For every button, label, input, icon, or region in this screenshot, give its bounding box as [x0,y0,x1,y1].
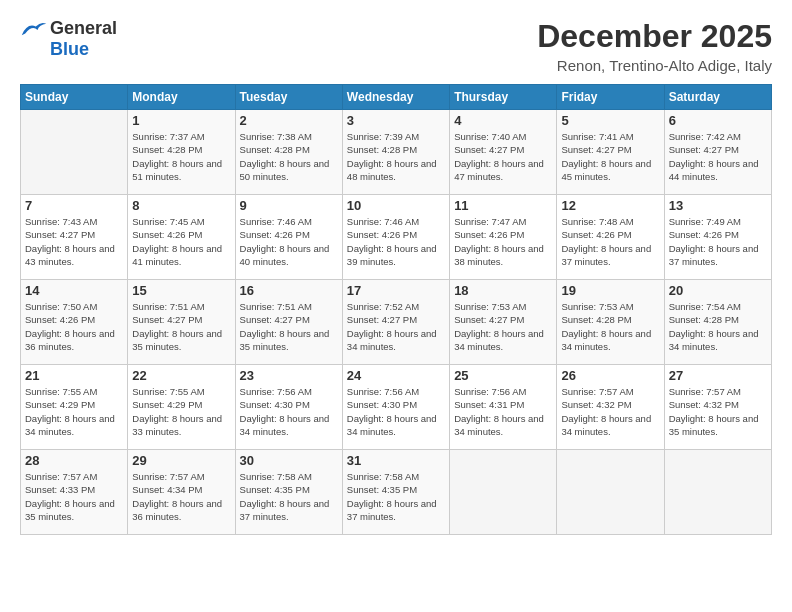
week-row: 1Sunrise: 7:37 AM Sunset: 4:28 PM Daylig… [21,110,772,195]
day-number: 9 [240,198,338,213]
calendar-cell: 17Sunrise: 7:52 AM Sunset: 4:27 PM Dayli… [342,280,449,365]
cell-info: Sunrise: 7:57 AM Sunset: 4:32 PM Dayligh… [561,385,659,438]
cell-info: Sunrise: 7:45 AM Sunset: 4:26 PM Dayligh… [132,215,230,268]
cell-info: Sunrise: 7:50 AM Sunset: 4:26 PM Dayligh… [25,300,123,353]
day-number: 12 [561,198,659,213]
cell-info: Sunrise: 7:55 AM Sunset: 4:29 PM Dayligh… [25,385,123,438]
week-row: 28Sunrise: 7:57 AM Sunset: 4:33 PM Dayli… [21,450,772,535]
day-number: 2 [240,113,338,128]
cell-info: Sunrise: 7:46 AM Sunset: 4:26 PM Dayligh… [347,215,445,268]
calendar-cell: 12Sunrise: 7:48 AM Sunset: 4:26 PM Dayli… [557,195,664,280]
day-number: 28 [25,453,123,468]
month-title: December 2025 [537,18,772,55]
day-number: 30 [240,453,338,468]
day-number: 22 [132,368,230,383]
cell-info: Sunrise: 7:56 AM Sunset: 4:31 PM Dayligh… [454,385,552,438]
cell-info: Sunrise: 7:40 AM Sunset: 4:27 PM Dayligh… [454,130,552,183]
day-number: 11 [454,198,552,213]
day-number: 7 [25,198,123,213]
calendar-cell: 25Sunrise: 7:56 AM Sunset: 4:31 PM Dayli… [450,365,557,450]
calendar-cell: 3Sunrise: 7:39 AM Sunset: 4:28 PM Daylig… [342,110,449,195]
logo-bird-icon [20,19,48,39]
calendar-cell: 24Sunrise: 7:56 AM Sunset: 4:30 PM Dayli… [342,365,449,450]
calendar-cell: 10Sunrise: 7:46 AM Sunset: 4:26 PM Dayli… [342,195,449,280]
cell-info: Sunrise: 7:57 AM Sunset: 4:32 PM Dayligh… [669,385,767,438]
day-number: 31 [347,453,445,468]
calendar-cell: 29Sunrise: 7:57 AM Sunset: 4:34 PM Dayli… [128,450,235,535]
header-day: Tuesday [235,85,342,110]
header-day: Monday [128,85,235,110]
calendar-cell: 5Sunrise: 7:41 AM Sunset: 4:27 PM Daylig… [557,110,664,195]
calendar-cell: 4Sunrise: 7:40 AM Sunset: 4:27 PM Daylig… [450,110,557,195]
header: General Blue December 2025 Renon, Trenti… [20,18,772,74]
week-row: 14Sunrise: 7:50 AM Sunset: 4:26 PM Dayli… [21,280,772,365]
calendar-cell: 18Sunrise: 7:53 AM Sunset: 4:27 PM Dayli… [450,280,557,365]
calendar-cell: 2Sunrise: 7:38 AM Sunset: 4:28 PM Daylig… [235,110,342,195]
header-day: Thursday [450,85,557,110]
day-number: 14 [25,283,123,298]
cell-info: Sunrise: 7:57 AM Sunset: 4:33 PM Dayligh… [25,470,123,523]
header-day: Saturday [664,85,771,110]
cell-info: Sunrise: 7:51 AM Sunset: 4:27 PM Dayligh… [132,300,230,353]
calendar-cell: 19Sunrise: 7:53 AM Sunset: 4:28 PM Dayli… [557,280,664,365]
calendar-cell: 28Sunrise: 7:57 AM Sunset: 4:33 PM Dayli… [21,450,128,535]
logo-blue: Blue [50,39,89,60]
calendar-cell [450,450,557,535]
logo-general: General [50,18,117,39]
calendar-cell: 15Sunrise: 7:51 AM Sunset: 4:27 PM Dayli… [128,280,235,365]
day-number: 24 [347,368,445,383]
day-number: 6 [669,113,767,128]
calendar-cell: 1Sunrise: 7:37 AM Sunset: 4:28 PM Daylig… [128,110,235,195]
day-number: 13 [669,198,767,213]
logo: General Blue [20,18,117,60]
calendar-cell [557,450,664,535]
calendar-cell: 26Sunrise: 7:57 AM Sunset: 4:32 PM Dayli… [557,365,664,450]
day-number: 10 [347,198,445,213]
calendar-cell: 27Sunrise: 7:57 AM Sunset: 4:32 PM Dayli… [664,365,771,450]
cell-info: Sunrise: 7:53 AM Sunset: 4:28 PM Dayligh… [561,300,659,353]
cell-info: Sunrise: 7:41 AM Sunset: 4:27 PM Dayligh… [561,130,659,183]
calendar-cell: 20Sunrise: 7:54 AM Sunset: 4:28 PM Dayli… [664,280,771,365]
cell-info: Sunrise: 7:56 AM Sunset: 4:30 PM Dayligh… [240,385,338,438]
calendar-cell: 22Sunrise: 7:55 AM Sunset: 4:29 PM Dayli… [128,365,235,450]
header-row: SundayMondayTuesdayWednesdayThursdayFrid… [21,85,772,110]
cell-info: Sunrise: 7:56 AM Sunset: 4:30 PM Dayligh… [347,385,445,438]
cell-info: Sunrise: 7:53 AM Sunset: 4:27 PM Dayligh… [454,300,552,353]
page: General Blue December 2025 Renon, Trenti… [0,0,792,612]
cell-info: Sunrise: 7:58 AM Sunset: 4:35 PM Dayligh… [347,470,445,523]
calendar-table: SundayMondayTuesdayWednesdayThursdayFrid… [20,84,772,535]
day-number: 21 [25,368,123,383]
day-number: 15 [132,283,230,298]
cell-info: Sunrise: 7:55 AM Sunset: 4:29 PM Dayligh… [132,385,230,438]
calendar-cell: 8Sunrise: 7:45 AM Sunset: 4:26 PM Daylig… [128,195,235,280]
location: Renon, Trentino-Alto Adige, Italy [537,57,772,74]
day-number: 17 [347,283,445,298]
day-number: 4 [454,113,552,128]
cell-info: Sunrise: 7:46 AM Sunset: 4:26 PM Dayligh… [240,215,338,268]
day-number: 23 [240,368,338,383]
calendar-cell: 30Sunrise: 7:58 AM Sunset: 4:35 PM Dayli… [235,450,342,535]
day-number: 5 [561,113,659,128]
day-number: 27 [669,368,767,383]
day-number: 18 [454,283,552,298]
calendar-cell: 31Sunrise: 7:58 AM Sunset: 4:35 PM Dayli… [342,450,449,535]
calendar-cell: 11Sunrise: 7:47 AM Sunset: 4:26 PM Dayli… [450,195,557,280]
cell-info: Sunrise: 7:47 AM Sunset: 4:26 PM Dayligh… [454,215,552,268]
header-day: Wednesday [342,85,449,110]
calendar-cell: 6Sunrise: 7:42 AM Sunset: 4:27 PM Daylig… [664,110,771,195]
day-number: 1 [132,113,230,128]
day-number: 26 [561,368,659,383]
cell-info: Sunrise: 7:38 AM Sunset: 4:28 PM Dayligh… [240,130,338,183]
day-number: 29 [132,453,230,468]
cell-info: Sunrise: 7:39 AM Sunset: 4:28 PM Dayligh… [347,130,445,183]
calendar-cell: 16Sunrise: 7:51 AM Sunset: 4:27 PM Dayli… [235,280,342,365]
day-number: 25 [454,368,552,383]
cell-info: Sunrise: 7:52 AM Sunset: 4:27 PM Dayligh… [347,300,445,353]
calendar-cell [664,450,771,535]
header-day: Friday [557,85,664,110]
calendar-cell: 14Sunrise: 7:50 AM Sunset: 4:26 PM Dayli… [21,280,128,365]
week-row: 7Sunrise: 7:43 AM Sunset: 4:27 PM Daylig… [21,195,772,280]
day-number: 8 [132,198,230,213]
calendar-cell [21,110,128,195]
cell-info: Sunrise: 7:57 AM Sunset: 4:34 PM Dayligh… [132,470,230,523]
